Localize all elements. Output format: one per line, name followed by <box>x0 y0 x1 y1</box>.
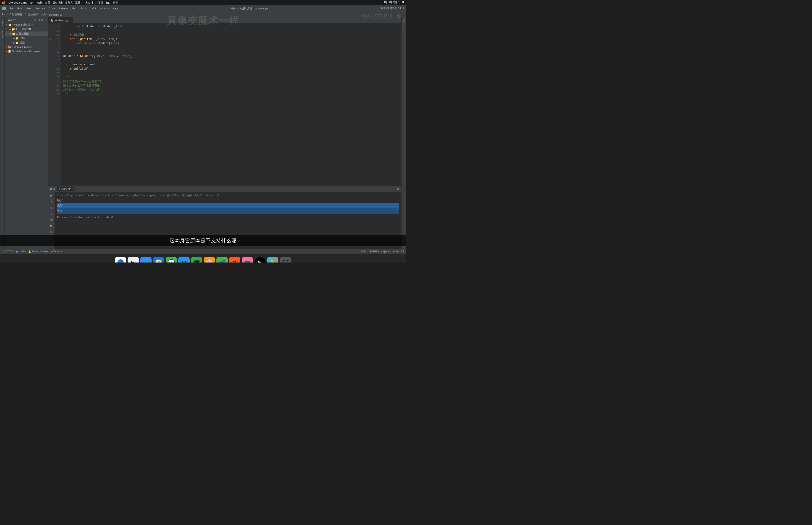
mac-menu-window[interactable]: 窗口 <box>106 1 111 4</box>
favorites-tab[interactable]: Favorites <box>1 28 4 40</box>
mac-menu-tools[interactable]: 工具 <box>75 1 80 4</box>
dock-messages[interactable]: 💬 <box>166 257 177 263</box>
dock-finder[interactable]: 🔵 <box>115 257 126 263</box>
dock-play-button[interactable]: ▶ <box>255 257 266 263</box>
pycharm-menu-file[interactable]: File <box>9 6 15 10</box>
dock-pycharm[interactable]: 🐍 <box>267 257 278 263</box>
pycharm-datetime: 5月29日 周三 21:24:14 <box>380 7 404 10</box>
folder-icon-3: 📁 <box>15 37 19 40</box>
tab-close-button[interactable]: × <box>69 19 71 21</box>
run-play-button[interactable]: ▶ <box>49 193 54 198</box>
gutter-26 <box>49 92 51 96</box>
python-console-button[interactable]: 🐍 Python Console <box>28 250 48 253</box>
dock-chrome[interactable]: 🌐 <box>140 257 152 263</box>
caption-icon: CC <box>281 259 290 263</box>
breadcrumb-item-3[interactable]: students.py <box>49 13 62 16</box>
run-rerun-button[interactable]: ↺ <box>49 205 54 210</box>
project-tab[interactable]: Project <box>1 17 4 28</box>
dock-maps[interactable]: 🗺 <box>191 257 202 263</box>
pycharm-menu-edit[interactable]: Edit <box>16 6 23 10</box>
run-pin-button[interactable]: 📌 <box>49 217 54 222</box>
dock-bilibili[interactable]: 📺 <box>242 257 253 263</box>
mac-menu-history[interactable]: 历史记录 <box>52 1 63 4</box>
mac-menu-favorites[interactable]: 收藏夹 <box>65 1 73 4</box>
tree-arrow-4: ▶ <box>13 42 15 44</box>
tree-label-4: 视频 <box>19 41 25 44</box>
mac-menu-tabs[interactable]: 标签页 <box>95 1 103 4</box>
run-filter-button[interactable]: 🔍 <box>49 224 54 228</box>
pycharm-menu-window[interactable]: Window <box>99 6 110 10</box>
dock-photos[interactable]: 🌸 <box>204 257 215 263</box>
dock-launchpad[interactable]: ⊞ <box>127 257 139 263</box>
sidebar-gear-icon[interactable]: ⚙ <box>41 18 44 21</box>
gutter-22 <box>49 75 51 79</box>
pycharm-menu-tools[interactable]: Tools <box>80 6 88 10</box>
run-bottom-icon: ▶ <box>16 250 18 253</box>
run-tab-students[interactable]: ▶ students × <box>57 187 75 191</box>
tree-item-3[interactable]: ▶ 📁 代码 <box>5 36 48 41</box>
apple-menu[interactable]: 🍎 <box>2 1 6 4</box>
scratch-icon: 📋 <box>8 49 11 53</box>
encoding-status: LF UTF-8 <box>369 250 379 253</box>
tree-item-scratch[interactable]: ▶ 📋 Scratches and Consoles <box>5 49 48 53</box>
run-settings-icon[interactable]: ⚙ <box>397 187 399 191</box>
breadcrumb-item-0[interactable]: Python3 进阶编程 <box>2 13 22 16</box>
pycharm-menu-navigate[interactable]: Navigate <box>34 6 46 10</box>
python-console-icon: 🐍 <box>28 250 31 253</box>
dock-facetime[interactable]: 📹 <box>216 257 228 263</box>
pycharm-menu-refactor[interactable]: Refactor <box>58 6 70 10</box>
run-label-text: Run: <box>50 188 56 190</box>
tree-item-1[interactable]: ▶ 📁 1. 一切皆对象 <box>5 27 48 31</box>
pycharm-menu-code[interactable]: Code <box>48 6 56 10</box>
ln-20: 20 <box>54 67 59 71</box>
tree-item-root[interactable]: ▼ 📁 Python3 进阶编程 <box>5 22 48 27</box>
tree-arrow-1: ▶ <box>10 28 11 31</box>
pycharm-menu-run[interactable]: Run <box>72 6 78 10</box>
mac-menu-profile[interactable]: 个人资料 <box>83 1 93 4</box>
sidebar-layout-icon[interactable]: ⊞ <box>37 18 40 21</box>
event-log-tab[interactable]: Event Log <box>402 17 405 30</box>
code-line-26: ''' <box>63 92 399 96</box>
safari-icon: 🧭 <box>155 259 162 263</box>
mac-menu-file[interactable]: 文件 <box>30 1 35 4</box>
pycharm-menu-vcs[interactable]: VCS <box>90 6 97 10</box>
terminal-button[interactable]: ⊟ Terminal <box>51 250 62 253</box>
sidebar-close-icon[interactable]: × <box>44 18 46 21</box>
gutter-24 <box>49 84 51 88</box>
dock-mail[interactable]: ✉ <box>178 257 189 263</box>
mac-menu-edit[interactable]: 编辑 <box>37 1 43 4</box>
code-line-11 <box>63 29 399 33</box>
macos-dock: 🔵 ⊞ 🌐 🧭 💬 ✉ 🗺 🌸 📹 29 📺 ▶ 🐍 CC <box>0 254 406 262</box>
code-line-25: 对当前这个类进行了功能拓展 <box>63 88 399 92</box>
run-scroll-button[interactable]: ≡ <box>49 211 54 216</box>
tree-item-2[interactable]: ▼ 📁 2. 魔法函数 <box>5 31 48 36</box>
tab-students[interactable]: 🐍 students.py × <box>48 17 73 23</box>
run-stop-button[interactable]: ■ <box>49 199 54 204</box>
pycharm-menu-view[interactable]: View <box>25 6 32 10</box>
todo-button[interactable]: ☑ 6: TODO <box>2 250 14 253</box>
tree-item-ext[interactable]: ▶ 📚 External Libraries <box>5 45 48 49</box>
mac-menu-help[interactable]: 帮助 <box>113 1 118 4</box>
code-line-12: # 魔法函数 <box>63 33 399 37</box>
tree-item-4[interactable]: ▶ 📁 视频 <box>5 41 48 45</box>
mac-menu-view[interactable]: 查看 <box>45 1 50 4</box>
dock-calendar[interactable]: 29 <box>229 257 240 263</box>
run-tab-close[interactable]: × <box>73 188 74 190</box>
ln-25: 25 <box>54 88 59 92</box>
sidebar-settings-icon[interactable]: ⚙ <box>34 18 37 21</box>
code-editor[interactable]: λ 10 11 12 13 14 15 <box>48 24 401 185</box>
breadcrumb-sep-0: › <box>23 13 24 16</box>
pycharm-menu-help[interactable]: Help <box>112 6 119 10</box>
breadcrumb-item-1[interactable]: 2. 魔法函数 <box>25 13 38 16</box>
dock-safari[interactable]: 🧭 <box>153 257 164 263</box>
terminal-label: Terminal <box>53 250 62 253</box>
run-bottom-button[interactable]: ▶ 4: Run <box>16 250 26 253</box>
sidebar-title: Project ▾ <box>6 18 17 21</box>
folder-icon-4: 📁 <box>15 41 19 44</box>
code-content[interactable]: self.student = student_list # 魔法函数 def _… <box>61 24 401 185</box>
ln-12: 12 <box>54 33 59 37</box>
breadcrumb-item-2[interactable]: 代码 <box>41 13 46 16</box>
dock-caption[interactable]: CC <box>280 257 291 263</box>
finder-icon: 🔵 <box>117 259 124 263</box>
run-trash-button[interactable]: 🗑 <box>49 230 54 235</box>
